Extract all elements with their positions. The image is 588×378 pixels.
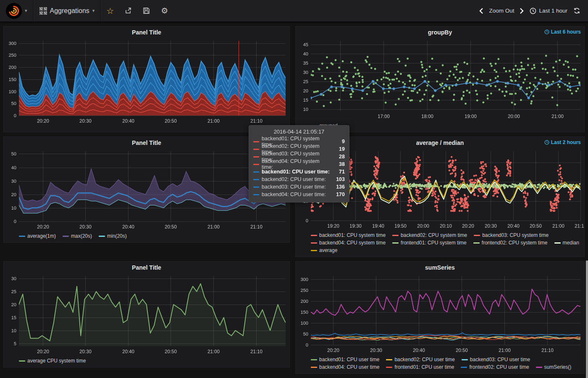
legend-color-dash xyxy=(392,235,399,236)
panel-title[interactable]: Panel Title xyxy=(132,29,161,36)
chevron-down-icon: ▾ xyxy=(25,8,27,13)
legend-label: sumSeries() xyxy=(544,363,572,371)
legend-color-dash xyxy=(63,236,69,237)
refresh-button[interactable] xyxy=(573,7,580,14)
time-shift-forward-button[interactable] xyxy=(520,8,524,14)
legend-item[interactable]: backend03: CPU system time xyxy=(474,231,549,239)
legend-label: backend04: CPU system time xyxy=(319,239,386,247)
row-collapse-handle[interactable] xyxy=(0,261,2,276)
panel-groupby: groupBy Last 6 hours grouped xyxy=(295,26,585,132)
badge-label: Last 2 hours xyxy=(551,139,581,145)
legend-item[interactable]: frontend02: CPU user time xyxy=(461,363,529,371)
panel-title[interactable]: groupBy xyxy=(428,29,452,36)
legend-item[interactable]: backend02: CPU system time xyxy=(392,231,467,239)
panel-header: average / median Last 2 hours xyxy=(296,137,584,148)
legend-color-dash xyxy=(554,242,561,244)
legend-label: max(20s) xyxy=(71,232,92,240)
refresh-icon xyxy=(573,7,580,14)
legend-item[interactable]: frontend01: CPU user time xyxy=(386,363,454,371)
panel-title[interactable]: sumSeries xyxy=(425,264,455,271)
legend-label: frontend01: CPU user time xyxy=(394,363,454,371)
panel-header: Panel Title xyxy=(4,26,289,38)
legend-item[interactable]: backend01: CPU user time xyxy=(311,356,379,363)
panel-average-cpu: Panel Title average CPU system time xyxy=(3,261,290,368)
panel-header: Panel Title xyxy=(4,262,289,273)
share-button[interactable] xyxy=(119,0,137,21)
row-collapse-handle[interactable] xyxy=(0,136,2,152)
grafana-logo-button[interactable]: ▾ xyxy=(0,0,33,21)
save-button[interactable] xyxy=(137,0,155,21)
legend-item[interactable]: frontend01: CPU system time xyxy=(392,239,467,247)
scrollbar-thumb[interactable] xyxy=(586,260,588,378)
panel-avg-max-min: Panel Title average(1m)max(20s)min(20s) xyxy=(3,136,290,243)
share-icon xyxy=(125,7,132,14)
legend-item[interactable]: average(1m) xyxy=(19,232,56,240)
legend-label: backend02: CPU user time xyxy=(394,356,454,363)
panel-header: sumSeries xyxy=(296,262,584,273)
legend-item[interactable]: max(20s) xyxy=(63,232,92,240)
legend-color-dash xyxy=(311,359,317,360)
panel-time-override-badge[interactable]: Last 6 hours xyxy=(544,29,581,35)
panel-stacked-cpu: Panel Title xyxy=(3,26,290,132)
time-picker-button[interactable]: Last 1 hour xyxy=(530,8,567,14)
grafana-logo-icon xyxy=(6,3,22,19)
clock-icon xyxy=(544,29,549,34)
legend-item[interactable]: backend01: CPU system time xyxy=(311,231,386,239)
legend-label: backend04: CPU user time xyxy=(319,363,379,371)
legend-label: frontend01: CPU system time xyxy=(401,239,467,247)
legend-color-dash xyxy=(311,250,317,251)
graph-canvas[interactable] xyxy=(296,38,584,121)
row-collapse-handle[interactable] xyxy=(0,26,2,41)
legend-label: grouped xyxy=(319,122,338,129)
legend-item[interactable]: average CPU system time xyxy=(19,357,86,365)
legend-item[interactable]: frontend02: CPU system time xyxy=(473,239,548,247)
legend-item[interactable]: backend02: CPU user time xyxy=(386,356,454,363)
legend-item[interactable]: backend04: CPU system time xyxy=(311,239,386,247)
badge-label: Last 6 hours xyxy=(551,29,581,35)
legend-item[interactable]: min(20s) xyxy=(99,232,127,240)
legend-item[interactable]: median xyxy=(554,239,579,247)
legend-label: backend02: CPU system time xyxy=(401,231,467,239)
graph-canvas[interactable] xyxy=(4,148,289,232)
legend-item[interactable]: backend03: CPU user time xyxy=(462,356,530,363)
navbar: ▾ Aggregations ▾ ☆ ⚙ xyxy=(0,0,588,22)
panel-time-override-badge[interactable]: Last 2 hours xyxy=(544,139,581,145)
graph-canvas[interactable] xyxy=(4,38,289,126)
legend: backend01: CPU user timebackend02: CPU u… xyxy=(296,355,584,373)
graph-canvas[interactable] xyxy=(296,148,584,231)
legend-color-dash xyxy=(473,242,480,244)
dashboard-picker[interactable]: Aggregations ▾ xyxy=(34,0,101,21)
panel-title[interactable]: Panel Title xyxy=(132,264,161,271)
chevron-down-icon: ▾ xyxy=(92,8,95,13)
panel-title[interactable]: Panel Title xyxy=(132,139,161,146)
star-favorite-button[interactable]: ☆ xyxy=(101,0,119,21)
settings-button[interactable]: ⚙ xyxy=(155,0,173,21)
panel-header: groupBy Last 6 hours xyxy=(296,26,584,38)
graph-canvas[interactable] xyxy=(4,273,289,357)
legend-item[interactable]: grouped xyxy=(311,122,338,129)
legend-item[interactable]: backend04: CPU user time xyxy=(311,363,379,371)
panel-average-median: average / median Last 2 hours backend01:… xyxy=(295,136,585,257)
time-shift-back-button[interactable] xyxy=(479,8,483,14)
panel-title[interactable]: average / median xyxy=(416,139,464,146)
legend-label: average CPU system time xyxy=(27,357,86,365)
legend-label: frontend02: CPU user time xyxy=(469,363,529,371)
legend-item[interactable]: sumSeries() xyxy=(536,363,572,371)
legend-label: backend03: CPU system time xyxy=(482,231,549,239)
time-range-label: Last 1 hour xyxy=(539,8,567,14)
chevron-left-icon xyxy=(479,8,483,14)
graph-canvas[interactable] xyxy=(296,273,584,355)
dashboard-title: Aggregations xyxy=(50,7,89,15)
legend-color-dash xyxy=(311,242,317,244)
legend-label: backend03: CPU user time xyxy=(470,356,530,363)
dashboards-grid-icon xyxy=(39,7,47,15)
zoom-out-button[interactable]: Zoom Out xyxy=(489,8,514,14)
legend-label: average(1m) xyxy=(27,232,56,240)
save-icon xyxy=(143,7,150,14)
legend-label: frontend02: CPU system time xyxy=(482,239,548,247)
legend-color-dash xyxy=(19,236,25,237)
legend-item[interactable]: average xyxy=(311,247,337,254)
legend-color-dash xyxy=(536,367,542,368)
dashboard: Panel Title groupBy Last 6 hours grouped… xyxy=(0,23,588,378)
legend-color-dash xyxy=(311,235,317,236)
